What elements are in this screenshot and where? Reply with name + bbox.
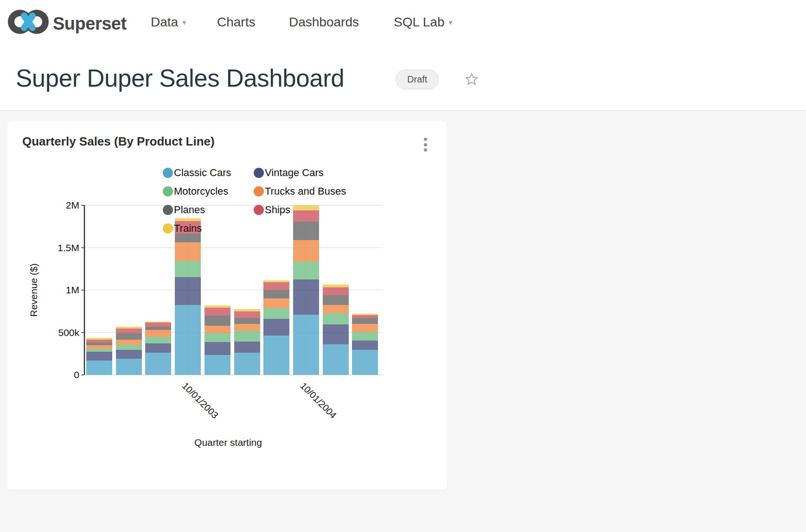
bar-segment[interactable] (205, 326, 230, 333)
legend-swatch (163, 205, 173, 215)
nav-item-sql-lab[interactable]: SQL Lab▾ (394, 15, 453, 30)
y-axis-title: Revenue ($) (28, 263, 39, 317)
bar-segment[interactable] (86, 349, 112, 352)
bar-segment[interactable] (205, 333, 230, 342)
bar-segment[interactable] (263, 290, 289, 298)
bar-segment[interactable] (175, 305, 201, 375)
legend-item-planes[interactable]: Planes (163, 205, 254, 215)
bar-segment[interactable] (116, 327, 142, 329)
superset-logo[interactable]: Superset (8, 4, 147, 41)
bar-segment[interactable] (352, 314, 378, 315)
bar-segment[interactable] (145, 337, 171, 343)
bar-segment[interactable] (175, 261, 201, 277)
y-tick-label: 2M (66, 200, 79, 210)
bar-segment[interactable] (205, 316, 230, 326)
bar-segment[interactable] (323, 285, 349, 287)
chart-title: Quarterly Sales (By Product Line) (22, 134, 215, 149)
bar-segment[interactable] (145, 327, 171, 330)
nav-item-charts[interactable]: Charts (217, 15, 255, 30)
header: Superset Data▾ Charts Dashboards SQL Lab… (0, 0, 806, 111)
bar-segment[interactable] (263, 308, 289, 319)
bar-segment[interactable] (175, 277, 201, 305)
bar-segment[interactable] (352, 318, 378, 324)
favorite-star-button[interactable] (465, 73, 479, 87)
nav-item-dashboards[interactable]: Dashboards (289, 15, 359, 30)
bar-segment[interactable] (352, 332, 378, 341)
bar-segment[interactable] (86, 345, 112, 349)
kebab-dot (424, 148, 427, 152)
bar-segment[interactable] (205, 305, 230, 308)
bar-segment[interactable] (205, 308, 230, 316)
bar-segment[interactable] (86, 338, 112, 340)
bar-segment[interactable] (263, 319, 289, 336)
bar-segment[interactable] (145, 353, 171, 375)
x-tick-label: 10/01/2003 (180, 380, 220, 420)
bar-segment[interactable] (86, 342, 112, 345)
bar-segment[interactable] (145, 330, 171, 337)
chart-options-kebab-button[interactable] (417, 134, 433, 155)
bar-segment[interactable] (323, 324, 349, 344)
bar-segment[interactable] (293, 279, 319, 315)
bar-segment[interactable] (86, 340, 112, 342)
bar-segment[interactable] (323, 287, 349, 295)
bar-segment[interactable] (352, 341, 378, 350)
bar-segment[interactable] (293, 262, 319, 279)
bar-segment[interactable] (352, 324, 378, 332)
bar-segment[interactable] (234, 342, 260, 353)
bar-segment[interactable] (234, 331, 260, 342)
y-tick-label: 500k (58, 327, 79, 338)
bar-segment[interactable] (323, 313, 349, 324)
bar-segment[interactable] (234, 353, 260, 375)
x-axis-title: Quarter starting (194, 437, 262, 448)
bar-segment[interactable] (145, 322, 171, 323)
page-title: Super Duper Sales Dashboard (16, 64, 344, 92)
bar-segment[interactable] (323, 344, 349, 375)
legend-item-classic-cars[interactable]: Classic Cars (163, 168, 254, 178)
y-tick-label: 0 (74, 369, 79, 380)
bar-segment[interactable] (234, 324, 260, 331)
bar-segment[interactable] (323, 305, 349, 313)
bar-segment[interactable] (234, 318, 260, 324)
nav-item-data[interactable]: Data▾ (151, 15, 186, 30)
bar-segment[interactable] (116, 333, 142, 340)
bar-segment[interactable] (175, 234, 201, 242)
legend-item-ships[interactable]: Ships (254, 205, 346, 215)
bar-segment[interactable] (234, 309, 260, 311)
y-tick-label: 1.5M (58, 242, 79, 253)
bar-segment[interactable] (145, 343, 171, 353)
kebab-dot (424, 143, 427, 146)
bar-segment[interactable] (263, 298, 289, 308)
bar-segment[interactable] (263, 282, 289, 290)
bar-segment[interactable] (293, 240, 319, 262)
bar-segment[interactable] (205, 355, 230, 375)
bar-segment[interactable] (263, 280, 289, 282)
status-badge[interactable]: Draft (396, 70, 439, 89)
bar-segment[interactable] (175, 242, 201, 261)
bar-segment[interactable] (86, 352, 112, 361)
bar-segment[interactable] (323, 295, 349, 305)
bar-segment[interactable] (116, 329, 142, 333)
legend-item-trucks-and-buses[interactable]: Trucks and Buses (254, 186, 346, 196)
bar-segment[interactable] (116, 350, 142, 359)
legend-item-motorcycles[interactable]: Motorcycles (163, 186, 254, 196)
legend-swatch (163, 168, 173, 178)
bar-segment[interactable] (116, 340, 142, 345)
legend-item-vintage-cars[interactable]: Vintage Cars (254, 168, 346, 178)
bar-segment[interactable] (352, 315, 378, 318)
chevron-down-icon: ▾ (182, 19, 186, 26)
legend-item-trains[interactable]: Trains (163, 223, 254, 234)
bar-segment[interactable] (116, 359, 142, 375)
bar-segment[interactable] (263, 336, 289, 375)
legend-swatch (163, 186, 173, 196)
chart-card: 0500k1M1.5M2M10/01/200310/01/2004 Revenu… (7, 121, 447, 490)
bar-segment[interactable] (293, 315, 319, 375)
bar-segment[interactable] (205, 342, 230, 355)
bar-segment[interactable] (352, 350, 378, 375)
superset-app: Superset Data▾ Charts Dashboards SQL Lab… (0, 0, 806, 532)
bar-segment[interactable] (234, 311, 260, 318)
bar-segment[interactable] (145, 323, 171, 327)
bar-segment[interactable] (116, 345, 142, 350)
legend-swatch (254, 186, 264, 196)
legend-swatch (163, 223, 173, 234)
bar-segment[interactable] (86, 361, 112, 375)
